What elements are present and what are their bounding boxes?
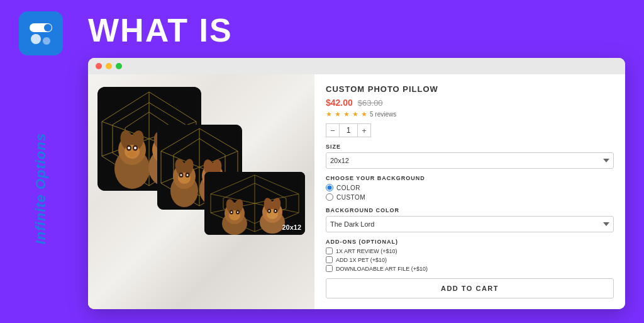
browser-bar	[88, 58, 625, 74]
svg-point-20	[128, 152, 136, 157]
addon-art-file-label: DOWNLOADABLE ART FILE (+$10)	[336, 266, 428, 272]
size-label: SIZE	[326, 144, 614, 150]
star-1: ★	[326, 110, 332, 118]
sidebar-text-container: Infinite Options	[33, 65, 49, 312]
svg-point-68	[231, 212, 232, 213]
addons-section: 1X ART REVIEW (+$10) ADD 1X PET (+$10) D…	[326, 247, 614, 272]
addon-art-file[interactable]: DOWNLOADABLE ART FILE (+$10)	[326, 265, 614, 272]
svg-point-2	[31, 34, 41, 44]
browser-maximize-dot	[116, 63, 122, 69]
svg-point-3	[43, 37, 50, 45]
pillow-20x12: 20x12	[204, 172, 305, 235]
svg-point-1	[44, 24, 52, 31]
radio-custom-input[interactable]	[326, 193, 333, 201]
logo-icon	[26, 18, 56, 48]
addon-pet-label: ADD 1X PET (+$10)	[336, 257, 387, 263]
product-title: CUSTOM PHOTO PILLOW	[326, 84, 614, 94]
svg-point-18	[128, 147, 130, 149]
browser-close-dot	[96, 63, 102, 69]
price-old: $63.00	[358, 98, 383, 108]
addon-pet-checkbox[interactable]	[326, 256, 333, 263]
bg-color-select[interactable]: The Dark Lord	[326, 216, 614, 232]
size-select[interactable]: 20x12 18x18 22x22	[326, 152, 614, 169]
addons-label: ADD-ONS (OPTIONAL)	[326, 239, 614, 245]
logo-box	[19, 11, 63, 55]
qty-value: 1	[340, 123, 357, 137]
svg-point-78	[275, 210, 276, 212]
svg-point-69	[237, 212, 238, 213]
svg-point-45	[187, 174, 189, 176]
browser-content: 22x22	[88, 74, 625, 309]
radio-color-input[interactable]	[326, 184, 333, 191]
addon-pet[interactable]: ADD 1X PET (+$10)	[326, 256, 614, 263]
background-label: CHOOSE YOUR BACKGROUND	[326, 175, 614, 181]
pillow-20-label: 20x12	[282, 224, 301, 231]
addon-art-review-label: 1X ART REVIEW (+$10)	[336, 248, 397, 254]
browser-minimize-dot	[106, 63, 112, 69]
sidebar-brand-text: Infinite Options	[33, 133, 49, 244]
radio-custom-item[interactable]: CUSTOM	[326, 193, 614, 201]
addon-art-review[interactable]: 1X ART REVIEW (+$10)	[326, 247, 614, 254]
add-to-cart-button[interactable]: ADD TO CART	[326, 278, 614, 298]
svg-point-19	[134, 147, 136, 149]
sidebar: Infinite Options	[0, 0, 82, 323]
price-row: $42.00 $63.00	[326, 98, 614, 108]
radio-custom-label: CUSTOM	[336, 194, 365, 201]
star-4: ★	[352, 110, 358, 118]
radio-color-label: COLOR	[336, 184, 360, 191]
star-2: ★	[335, 110, 341, 118]
background-radio-group: COLOR CUSTOM	[326, 184, 614, 201]
qty-minus-button[interactable]: −	[326, 123, 340, 137]
addon-art-file-checkbox[interactable]	[326, 265, 333, 272]
bg-color-label: BACKGROUND COLOR	[326, 207, 614, 213]
header: WHAT IS	[88, 14, 625, 47]
svg-point-77	[269, 210, 270, 212]
product-details-panel: CUSTOM PHOTO PILLOW $42.00 $63.00 ★ ★ ★ …	[314, 74, 625, 309]
qty-plus-button[interactable]: +	[357, 123, 371, 137]
reviews-count: 5 reviews	[370, 111, 396, 118]
star-5: ★	[361, 110, 367, 118]
quantity-row[interactable]: − 1 +	[326, 123, 614, 137]
svg-point-44	[180, 174, 182, 176]
product-images-panel: 22x22	[88, 74, 314, 309]
radio-color-item[interactable]: COLOR	[326, 184, 614, 191]
main-content: WHAT IS	[82, 0, 644, 323]
page-title: WHAT IS	[88, 14, 625, 47]
browser-window: 22x22	[88, 58, 625, 309]
addon-art-review-checkbox[interactable]	[326, 247, 333, 254]
stars-row: ★ ★ ★ ★ ★ 5 reviews	[326, 110, 614, 118]
price-new: $42.00	[326, 98, 353, 108]
star-3: ★	[343, 110, 350, 118]
